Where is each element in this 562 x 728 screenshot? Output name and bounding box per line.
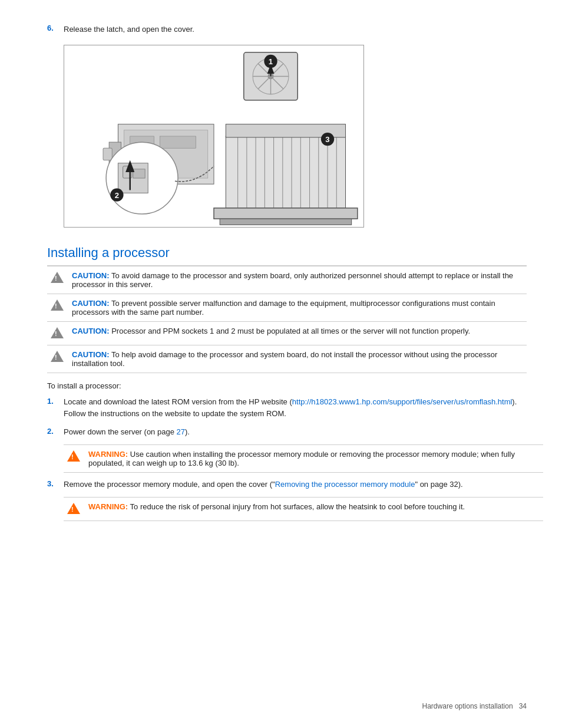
step6-text: Release the latch, and open the cover. bbox=[64, 24, 194, 35]
step-2-content: Power down the server (on page 27). bbox=[64, 426, 527, 439]
remove-pmm-link[interactable]: Removing the processor memory module bbox=[275, 480, 415, 489]
caution-triangle-icon bbox=[51, 272, 64, 283]
step-1-number: 1. bbox=[47, 396, 64, 406]
step-3-number: 3. bbox=[47, 479, 64, 488]
warning-icon-cell-2 bbox=[64, 497, 85, 521]
svg-text:1: 1 bbox=[269, 57, 273, 66]
svg-rect-27 bbox=[160, 136, 196, 148]
footer-page: 34 bbox=[519, 702, 527, 710]
caution-keyword: CAUTION: bbox=[72, 350, 110, 359]
step-2: 2. Power down the server (on page 27). bbox=[47, 426, 527, 439]
caution-row: CAUTION: To prevent possible server malf… bbox=[47, 294, 527, 321]
step-3: 3. Remove the processor memory module, a… bbox=[47, 479, 527, 491]
warning-row-1: WARNING: Use caution when installing the… bbox=[64, 444, 543, 472]
warning-keyword-2: WARNING: bbox=[88, 502, 128, 511]
caution-text-cell: CAUTION: To avoid damage to the processo… bbox=[68, 266, 527, 294]
warning-keyword-1: WARNING: bbox=[88, 450, 128, 459]
caution-row: CAUTION: Processor and PPM sockets 1 and… bbox=[47, 321, 527, 345]
caution-text-cell: CAUTION: To help avoid damage to the pro… bbox=[68, 345, 527, 373]
cautions-table: CAUTION: To avoid damage to the processo… bbox=[47, 266, 527, 373]
romflash-link[interactable]: http://h18023.www1.hp.com/support/files/… bbox=[292, 397, 513, 406]
caution-icon-cell bbox=[47, 321, 68, 345]
svg-rect-15 bbox=[214, 207, 358, 218]
warning-table-1: WARNING: Use caution when installing the… bbox=[64, 444, 543, 473]
caution-icon-cell bbox=[47, 266, 68, 294]
caution-keyword: CAUTION: bbox=[72, 271, 110, 280]
warning-icon-cell-1 bbox=[64, 444, 85, 472]
step6-number: 6. bbox=[47, 24, 64, 32]
svg-text:2: 2 bbox=[115, 190, 119, 199]
warning-table-2: WARNING: To reduce the risk of personal … bbox=[64, 497, 543, 521]
warning-row-2: WARNING: To reduce the risk of personal … bbox=[64, 497, 543, 521]
svg-rect-29 bbox=[103, 148, 112, 160]
caution-row: CAUTION: To avoid damage to the processo… bbox=[47, 266, 527, 294]
caution-text-cell: CAUTION: Processor and PPM sockets 1 and… bbox=[68, 321, 527, 345]
footer: Hardware options installation 34 bbox=[422, 702, 527, 710]
caution-keyword: CAUTION: bbox=[72, 327, 110, 335]
section-title: Installing a processor bbox=[47, 245, 527, 261]
warning-triangle-icon-1 bbox=[67, 450, 80, 462]
step-1: 1. Locate and download the latest ROM ve… bbox=[47, 396, 527, 421]
caution-triangle-icon bbox=[51, 327, 64, 338]
footer-text: Hardware options installation bbox=[422, 702, 513, 710]
caution-row: CAUTION: To help avoid damage to the pro… bbox=[47, 345, 527, 373]
caution-icon-cell bbox=[47, 294, 68, 321]
step6-row: 6. Release the latch, and open the cover… bbox=[47, 24, 527, 35]
step-3-content: Remove the processor memory module, and … bbox=[64, 479, 527, 491]
svg-rect-16 bbox=[220, 219, 352, 225]
diagram-svg: 1 3 2 bbox=[64, 45, 363, 227]
numbered-steps: 1. Locate and download the latest ROM ve… bbox=[47, 396, 527, 521]
svg-rect-40 bbox=[133, 169, 145, 177]
step-2-number: 2. bbox=[47, 426, 64, 436]
caution-triangle-icon bbox=[51, 351, 64, 362]
caution-icon-cell bbox=[47, 345, 68, 373]
page27-link[interactable]: 27 bbox=[177, 427, 185, 436]
caution-text-cell: CAUTION: To prevent possible server malf… bbox=[68, 294, 527, 321]
intro-text: To install a processor: bbox=[47, 381, 527, 390]
diagram-container: 1 3 2 bbox=[64, 45, 364, 228]
caution-triangle-icon bbox=[51, 299, 64, 311]
warning-triangle-icon-2 bbox=[67, 503, 80, 514]
warning-text-cell-1: WARNING: Use caution when installing the… bbox=[85, 444, 543, 472]
warning-text-cell-2: WARNING: To reduce the risk of personal … bbox=[85, 497, 543, 521]
svg-text:3: 3 bbox=[325, 135, 329, 144]
caution-keyword: CAUTION: bbox=[72, 299, 110, 308]
step-1-content: Locate and download the latest ROM versi… bbox=[64, 396, 527, 421]
